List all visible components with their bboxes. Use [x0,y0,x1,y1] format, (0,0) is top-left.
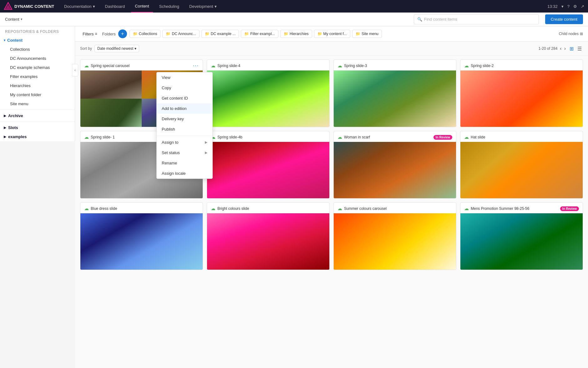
nav-scheduling[interactable]: Scheduling [155,0,183,13]
ctx-item-delivery-key[interactable]: Delivery key [157,114,212,124]
ctx-item-copy[interactable]: Copy [157,83,212,93]
card-image [207,70,329,127]
sidebar-my-content-label: My content folder [10,92,41,97]
settings-icon[interactable]: ⚙ [573,4,577,9]
filters-button[interactable]: Filters ≡ [80,30,99,38]
folder-tab-label: Collections [139,32,157,36]
folder-tab-collections[interactable]: 📁 Collections [129,30,161,38]
ctx-item-add-to-edition[interactable]: Add to edition [157,103,212,114]
ctx-item-assign-to[interactable]: Assign to ▶ [157,137,212,148]
sort-select[interactable]: Date modified newest ▾ [94,45,139,52]
ctx-item-set-status[interactable]: Set status ▶ [157,148,212,158]
submenu-arrow-icon: ▶ [205,140,207,144]
card-image [80,213,203,270]
card-title: Bright colours slide [217,206,326,211]
content-card-mens-promotion[interactable]: ☁ Mens Promotion Summer 98-25-56 In Revi… [460,202,583,270]
search-bar[interactable]: 🔍 Find content items [414,14,539,24]
folder-icon: 📁 [205,32,210,36]
child-nodes-button[interactable]: Child nodes ⊞ [559,32,583,36]
cloud-icon: ☁ [337,206,342,211]
content-card-spring-slide2[interactable]: ☁ Spring slide-2 [460,60,583,127]
content-card-hat-slide[interactable]: ☁ Hat slide [460,131,583,199]
sidebar-hierarchies-label: Hierarchies [10,83,31,88]
sidebar-item-collections[interactable]: Collections [0,45,75,54]
nav-development[interactable]: Development ▾ [185,0,220,13]
nav-documentation[interactable]: Documentation ▾ [60,0,99,13]
sidebar-item-slots[interactable]: ▶ Slots [0,123,75,132]
card-image [207,213,329,270]
cloud-icon: ☁ [84,63,89,69]
app-logo[interactable]: DYNAMIC CONTENT [4,2,54,11]
sidebar-item-dc-announcements[interactable]: DC Announcements [0,54,75,63]
user-icon[interactable]: ↗ [581,4,584,9]
ctx-item-get-content-id[interactable]: Get content ID [157,93,212,103]
sidebar-item-filter-examples[interactable]: Filter examples [0,72,75,81]
folder-tab-filter-examples[interactable]: 📁 Filter exampl... [241,30,278,38]
content-card-summer-carousel[interactable]: ☁ Summer colours carousel [333,202,456,270]
content-card-blue-dress[interactable]: ☁ Blue dress slide [80,202,203,270]
sidebar-item-my-content-folder[interactable]: My content folder [0,90,75,99]
card-header: ☁ Hat slide [460,131,583,142]
nav-dashboard[interactable]: Dashboard [101,0,129,13]
folder-tab-dc-announcements[interactable]: 📁 DC Announc... [162,30,199,38]
card-title: Woman in scarf [344,135,433,139]
folder-tab-hierarchies[interactable]: 📁 Hierarchies [280,30,312,38]
content-card-spring-slide4b[interactable]: ☁ Spring slide-4b [207,131,330,199]
sidebar-item-site-menu[interactable]: Site menu [0,99,75,108]
search-icon: 🔍 [417,17,422,22]
content-card-spring-slide4[interactable]: ☁ Spring slide-4 [207,60,330,127]
folder-tab-site-menu[interactable]: 📁 Site menu [352,30,382,38]
sidebar-item-content[interactable]: ▾ Content [0,36,75,45]
card-image [334,70,456,127]
cloud-icon: ☁ [211,63,215,69]
pagination-prev[interactable]: ‹ [560,46,561,51]
card-header: ☁ Spring slide-4b [207,131,329,142]
folder-tabs-list: 📁 Collections 📁 DC Announc... 📁 DC examp… [129,30,556,38]
card-header: ☁ Spring slide-4 [207,60,329,70]
folder-tab-my-content[interactable]: 📁 My content f... [314,30,350,38]
chevron-down-icon: ▾ [215,4,217,9]
help-icon[interactable]: ? [567,4,570,9]
main-content: Filters ≡ Folders + 📁 Collections 📁 DC A… [75,26,588,368]
card-header: ☁ Mens Promotion Summer 98-25-56 In Revi… [460,203,583,213]
chevron-down-icon[interactable]: ▾ [561,4,564,9]
card-title: Spring special carousel [91,64,193,68]
ctx-item-publish[interactable]: Publish [157,124,212,134]
chevron-right-icon: ▶ [4,135,6,138]
ctx-item-view[interactable]: View [157,72,212,83]
content-card-woman-scarf[interactable]: ☁ Woman in scarf In Review [333,131,456,199]
chevron-down-icon: ▾ [93,4,95,9]
card-header: ☁ Summer colours carousel [334,203,456,213]
card-title: Summer colours carousel [344,206,452,211]
pagination: 1-20 of 284 ‹ › [539,46,566,51]
cloud-icon: ☁ [84,206,89,211]
chevron-right-icon: ▶ [4,114,6,117]
content-card-bright-colours[interactable]: ☁ Bright colours slide [207,202,330,270]
sidebar-item-dc-example[interactable]: DC example schemas [0,63,75,72]
sidebar-item-examples[interactable]: ▶ examples [0,132,75,141]
card-menu-button[interactable]: ··· [193,63,199,69]
folder-tab-label: My content f... [323,32,347,36]
ctx-delivery-key-label: Delivery key [162,117,184,121]
sidebar-collapse-button[interactable]: ‹ [72,64,78,76]
folder-icon: 📁 [317,32,322,36]
sidebar-item-hierarchies[interactable]: Hierarchies [0,81,75,90]
grid-view-button[interactable]: ⊞ [568,45,575,52]
pagination-next[interactable]: › [564,46,566,51]
folder-tab-label: Site menu [362,32,378,36]
list-view-button[interactable]: ☰ [576,45,583,52]
content-nav-item[interactable]: Content ▾ [5,17,23,22]
nav-content[interactable]: Content [131,0,153,13]
ctx-item-rename[interactable]: Rename [157,158,212,168]
content-card-spring-slide3[interactable]: ☁ Spring slide-3 [333,60,456,127]
ctx-rename-label: Rename [162,161,177,165]
create-content-button[interactable]: Create content [545,14,583,24]
ctx-item-assign-locale[interactable]: Assign locale [157,168,212,179]
add-folder-button[interactable]: + [118,29,127,38]
sidebar-item-archive[interactable]: ▶ Archive [0,111,75,120]
folder-icon: 📁 [284,32,288,36]
folder-tab-dc-example[interactable]: 📁 DC example ... [201,30,239,38]
ctx-add-to-edition-label: Add to edition [162,106,187,111]
grid-icon: ⊞ [580,32,583,36]
nav-right-section: 13:32 ▾ ? ⚙ ↗ [547,4,584,9]
